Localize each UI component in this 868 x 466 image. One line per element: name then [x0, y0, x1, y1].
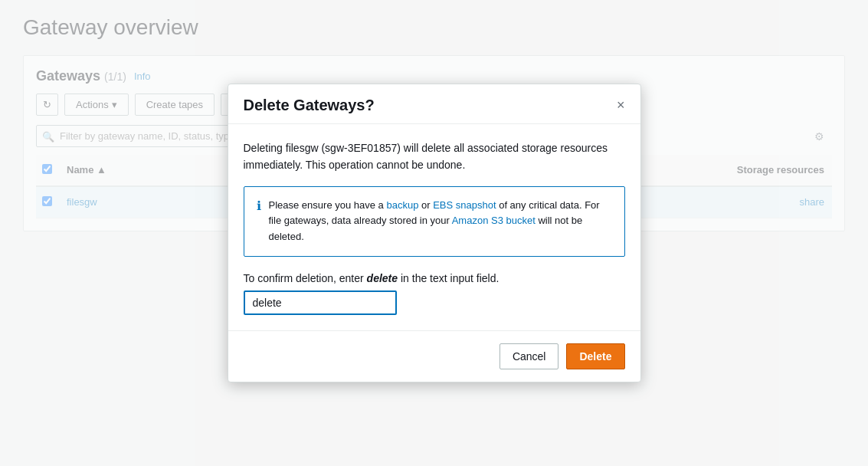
modal-description: Deleting filesgw (sgw-3EF01857) will del…	[244, 139, 625, 174]
modal-title: Delete Gateways?	[244, 97, 375, 114]
modal-header: Delete Gateways? ×	[228, 84, 640, 124]
info-box: ℹ Please ensure you have a backup or EBS…	[244, 186, 625, 257]
cancel-button[interactable]: Cancel	[500, 343, 559, 369]
backup-link[interactable]: backup	[386, 199, 418, 211]
delete-button[interactable]: Delete	[566, 343, 624, 369]
ebs-link[interactable]: EBS snapshot	[433, 199, 496, 211]
confirm-label: To confirm deletion, enter delete in the…	[244, 272, 625, 284]
info-icon: ℹ	[257, 199, 261, 245]
modal-overlay: Delete Gateways? × Deleting filesgw (sgw…	[0, 0, 868, 466]
info-box-text: Please ensure you have a backup or EBS s…	[269, 198, 612, 245]
s3-link[interactable]: Amazon S3 bucket	[452, 215, 536, 226]
modal-body: Deleting filesgw (sgw-3EF01857) will del…	[228, 124, 640, 330]
confirm-delete-input[interactable]	[244, 290, 397, 315]
delete-modal: Delete Gateways? × Deleting filesgw (sgw…	[228, 84, 641, 382]
modal-close-button[interactable]: ×	[617, 98, 625, 112]
modal-footer: Cancel Delete	[228, 330, 640, 382]
